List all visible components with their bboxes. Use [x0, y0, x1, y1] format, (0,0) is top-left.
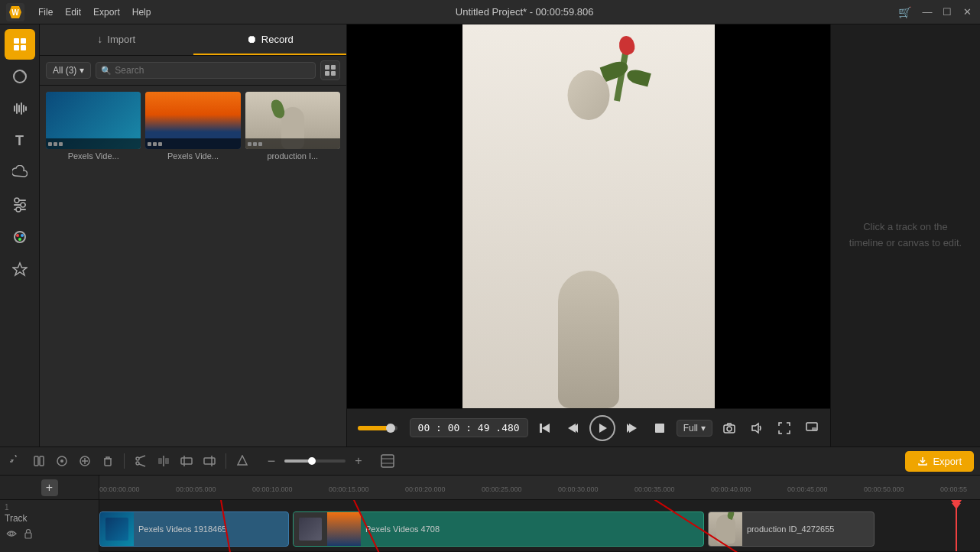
- step-back-button[interactable]: [562, 417, 583, 439]
- sidebar-item-effects[interactable]: [5, 61, 35, 92]
- filter-dropdown[interactable]: All (3) ▾: [46, 62, 91, 79]
- track-icons: [5, 527, 94, 541]
- zoom-out-button[interactable]: −: [261, 451, 281, 471]
- audio-button[interactable]: [746, 417, 767, 439]
- sidebar-item-filters[interactable]: [5, 190, 35, 220]
- canvas-hint-text: Click a track on the timeline or canvas …: [831, 204, 980, 267]
- snap-button[interactable]: [29, 451, 49, 471]
- svg-point-20: [16, 234, 19, 237]
- svg-rect-12: [25, 106, 27, 111]
- menu-export[interactable]: Export: [93, 7, 120, 18]
- quality-chevron-icon: ▾: [701, 423, 706, 433]
- svg-point-50: [136, 457, 139, 460]
- time-display: 00 : 00 : 49 .480: [410, 418, 528, 437]
- add-track-button[interactable]: +: [41, 479, 58, 496]
- sidebar-item-color[interactable]: [5, 222, 35, 252]
- svg-point-16: [15, 198, 19, 203]
- zoom-in-button[interactable]: +: [349, 451, 368, 471]
- timeline-toolbar: − + Export: [0, 446, 980, 476]
- svg-point-21: [21, 234, 24, 237]
- menu-edit[interactable]: Edit: [65, 7, 81, 18]
- menu-file[interactable]: File: [38, 7, 53, 18]
- svg-point-37: [727, 427, 732, 431]
- search-box: 🔍: [96, 62, 316, 79]
- svg-rect-11: [23, 105, 24, 112]
- right-panel: Click a track on the timeline or canvas …: [830, 24, 980, 446]
- svg-rect-3: [21, 38, 26, 44]
- sidebar-item-cloud[interactable]: [5, 157, 35, 188]
- trim-left-button[interactable]: [177, 451, 196, 471]
- table-row: Pexels Videos 1918465 Pexels Videos 4708: [99, 506, 980, 552]
- title-bar: W File Edit Export Help Untitled Project…: [0, 0, 980, 24]
- fullscreen-button[interactable]: [774, 417, 795, 439]
- media-thumbnail-2: [245, 92, 340, 149]
- track-segment-1[interactable]: Pexels Videos 4708: [293, 511, 704, 547]
- media-item-2[interactable]: production I...: [245, 92, 340, 161]
- play-button[interactable]: [589, 415, 615, 441]
- rewind-button[interactable]: [534, 417, 556, 439]
- tab-record[interactable]: ⏺ Record: [193, 24, 347, 55]
- cut-button[interactable]: [131, 451, 151, 471]
- settings-button[interactable]: [378, 451, 398, 471]
- split-button[interactable]: [154, 451, 174, 471]
- toolbar-separator-2: [226, 453, 226, 469]
- search-input[interactable]: [115, 65, 310, 76]
- maximize-button[interactable]: ☐: [940, 5, 954, 19]
- sidebar-item-text[interactable]: T: [5, 125, 35, 156]
- playback-controls: 00 : 00 : 49 .480 Full ▾: [347, 408, 830, 446]
- minimize-button[interactable]: —: [920, 5, 934, 19]
- track-eye-icon[interactable]: [5, 527, 18, 541]
- media-label-2: production I...: [245, 151, 340, 161]
- trim-right-button[interactable]: [200, 451, 219, 471]
- svg-point-18: [16, 207, 21, 212]
- media-item-1[interactable]: Pexels Vide...: [145, 92, 240, 161]
- svg-rect-26: [325, 71, 329, 76]
- video-preview: [347, 24, 830, 408]
- track-segment-0[interactable]: Pexels Videos 1918465: [99, 511, 289, 547]
- sidebar-item-media[interactable]: [5, 29, 35, 60]
- track-lock-icon[interactable]: [21, 527, 35, 541]
- grid-toggle-button[interactable]: [320, 60, 340, 80]
- svg-rect-40: [812, 427, 816, 430]
- track-name: Track: [5, 513, 94, 524]
- media-item-0[interactable]: Pexels Vide...: [46, 92, 141, 161]
- progress-bar[interactable]: [358, 426, 398, 430]
- svg-marker-38: [752, 424, 758, 433]
- svg-marker-29: [542, 424, 550, 433]
- timeline-main: 00:00:00.000 00:00:05.000 00:00:10.000 0…: [99, 476, 980, 552]
- segment-label-1: Pexels Videos 4708: [361, 524, 444, 534]
- media-toolbar: All (3) ▾ 🔍: [40, 56, 346, 86]
- svg-marker-61: [238, 456, 247, 465]
- export-button[interactable]: Export: [905, 451, 974, 472]
- quality-dropdown[interactable]: Full ▾: [677, 420, 712, 437]
- svg-rect-8: [16, 103, 18, 114]
- marker-button[interactable]: [232, 451, 252, 471]
- track-segment-2[interactable]: production ID_4272655: [708, 511, 875, 547]
- screenshot-button[interactable]: [719, 417, 740, 439]
- svg-rect-7: [14, 106, 15, 112]
- svg-rect-49: [105, 459, 111, 466]
- edit-button[interactable]: [75, 451, 95, 471]
- media-label-1: Pexels Vide...: [145, 151, 240, 161]
- window-title: Untitled Project* - 00:00:59.806: [151, 6, 898, 18]
- sidebar-item-audio[interactable]: [5, 93, 35, 124]
- svg-point-22: [18, 238, 21, 241]
- zoom-slider[interactable]: [284, 459, 346, 463]
- preview-main-frame: [462, 24, 715, 408]
- toolbar-separator-1: [124, 453, 125, 469]
- sidebar-item-star[interactable]: [5, 254, 35, 284]
- step-forward-button[interactable]: [621, 417, 643, 439]
- tab-import-label: Import: [107, 34, 135, 45]
- undo-button[interactable]: [6, 451, 26, 471]
- timeline-ruler: 00:00:00.000 00:00:05.000 00:00:10.000 0…: [99, 476, 980, 500]
- menu-help[interactable]: Help: [132, 7, 151, 18]
- pip-button[interactable]: [801, 417, 823, 439]
- delete-button[interactable]: [98, 451, 118, 471]
- close-button[interactable]: ✕: [960, 5, 974, 19]
- segment-label-2: production ID_4272655: [742, 524, 839, 534]
- cart-icon[interactable]: 🛒: [898, 6, 911, 18]
- stop-button[interactable]: [649, 417, 670, 439]
- tab-import[interactable]: ↓ Import: [40, 24, 193, 55]
- select-button[interactable]: [52, 451, 72, 471]
- segment-thumb-2: [709, 512, 742, 546]
